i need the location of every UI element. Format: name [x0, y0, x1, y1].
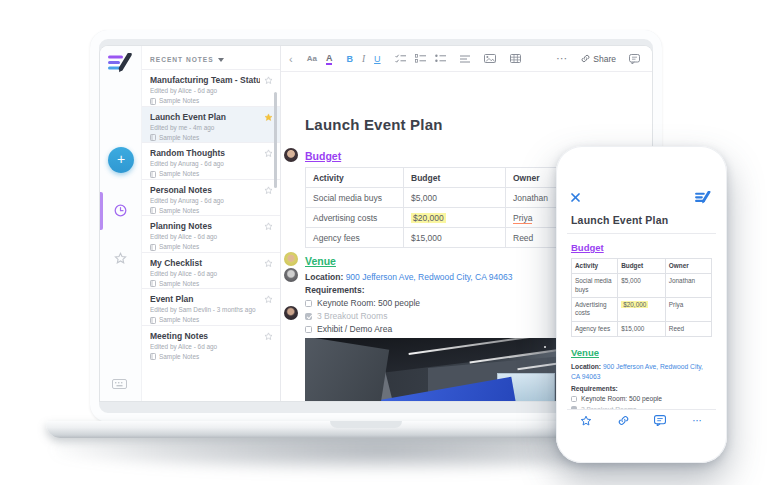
note-title: Manufacturing Team - Status Up...: [150, 75, 260, 85]
budget-heading-link[interactable]: Budget: [305, 150, 341, 162]
list-item-selected[interactable]: Launch Event Plan Edited by me - 4m ago …: [142, 106, 280, 143]
align-icon[interactable]: [460, 55, 470, 63]
location-line: Location: 900 Jefferson Ave, Redwood Cit…: [305, 272, 512, 282]
more-options-icon[interactable]: ⋯: [692, 415, 703, 426]
share-button[interactable]: Share: [581, 54, 616, 64]
list-item[interactable]: Manufacturing Team - Status Up... Edited…: [142, 69, 280, 106]
note-meta: Edited by Anurag - 6d ago: [150, 197, 260, 205]
venue-heading-link[interactable]: Venue: [571, 347, 712, 358]
star-icon[interactable]: [264, 259, 273, 268]
numbered-list-icon[interactable]: [415, 54, 426, 63]
editor-toolbar: ‹ Aa A B I U: [281, 46, 652, 72]
insert-image-icon[interactable]: [484, 54, 496, 63]
star-icon[interactable]: [264, 76, 273, 85]
star-icon[interactable]: [580, 415, 592, 427]
venue-heading-link[interactable]: Venue: [305, 255, 336, 267]
list-header[interactable]: RECENT NOTES: [142, 46, 280, 69]
notebook-icon: [150, 134, 156, 141]
more-options-icon[interactable]: ⋯: [556, 52, 568, 65]
location-line: Location: 900 Jefferson Ave, Redwood Cit…: [571, 362, 712, 383]
phone-note-body: Budget Activity Budget Owner Social medi…: [567, 242, 716, 423]
phone-device: Launch Event Plan Budget Activity Budget…: [556, 146, 727, 463]
note-meta: Edited by Alice - 6d ago: [150, 270, 260, 278]
star-icon[interactable]: [264, 222, 273, 231]
note-title: My Checklist: [150, 258, 260, 268]
phone-screen: Launch Event Plan Budget Activity Budget…: [567, 187, 716, 431]
note-meta: Edited by Alice - 6d ago: [150, 343, 260, 351]
notebook-logo-icon: [695, 191, 712, 204]
checkbox-unchecked[interactable]: [571, 396, 577, 402]
notebook-icon: [150, 171, 156, 178]
table-cell-highlighted: $20,000: [404, 208, 506, 228]
note-title: Event Plan: [150, 294, 260, 304]
collaborator-avatar: [284, 148, 298, 162]
budget-heading-link[interactable]: Budget: [571, 242, 712, 253]
table-header-cell: Activity: [306, 168, 404, 188]
underline-button[interactable]: U: [374, 54, 381, 64]
recents-clock-icon[interactable]: [114, 204, 127, 217]
marketing-composite: +: [0, 0, 768, 485]
list-item[interactable]: Personal Notes Edited by Anurag - 6d ago…: [142, 179, 280, 216]
notebook-icon: [150, 353, 156, 360]
checkbox-checked[interactable]: [305, 313, 312, 320]
star-icon-filled[interactable]: [264, 113, 273, 122]
checkbox-unchecked[interactable]: [305, 300, 312, 307]
note-notebook: Sample Notes: [159, 243, 199, 251]
back-chevron-icon[interactable]: ‹: [289, 53, 293, 65]
insert-table-icon[interactable]: [510, 54, 521, 63]
notebook-logo-icon[interactable]: [108, 53, 134, 73]
active-nav-indicator: [100, 192, 103, 230]
star-icon[interactable]: [264, 295, 273, 304]
list-item[interactable]: Random Thoughts Edited by Anurag - 6d ag…: [142, 142, 280, 179]
list-item[interactable]: Meeting Notes Edited by Alice - 6d ago S…: [142, 325, 280, 362]
notebook-icon: [150, 207, 156, 214]
star-icon[interactable]: [264, 332, 273, 341]
comment-icon[interactable]: [654, 415, 666, 426]
list-item[interactable]: Event Plan Edited by Sam Devlin - 3 mont…: [142, 288, 280, 325]
list-item[interactable]: My Checklist Edited by Alice - 6d ago Sa…: [142, 252, 280, 289]
list-scrollbar[interactable]: [274, 92, 277, 188]
chevron-down-icon: [218, 58, 224, 62]
note-notebook: Sample Notes: [159, 207, 199, 215]
note-meta: Edited by Alice - 6d ago: [150, 87, 260, 95]
collaborator-avatar: [284, 306, 298, 320]
star-icon[interactable]: [264, 186, 273, 195]
bulleted-list-icon[interactable]: [435, 54, 446, 63]
checklist-label: Keynote Room: 500 people: [317, 298, 420, 308]
checkbox-unchecked[interactable]: [305, 326, 312, 333]
phone-note-title: Launch Event Plan: [567, 207, 716, 234]
table-cell-highlighted: $20,000: [618, 297, 666, 321]
font-size-button[interactable]: Aa: [307, 54, 317, 63]
checklist-icon[interactable]: [395, 54, 406, 63]
checklist-label: Keynote Room: 500 people: [581, 395, 662, 402]
table-row: Social media buys $5,000 Jonathan: [572, 274, 712, 298]
laptop-notch: [330, 421, 402, 428]
bold-button[interactable]: B: [346, 54, 353, 64]
budget-table: Activity Budget Owner Social media buys …: [571, 258, 712, 337]
link-icon[interactable]: [618, 415, 629, 426]
star-icon[interactable]: [264, 149, 273, 158]
table-header-cell: Budget: [404, 168, 506, 188]
list-item[interactable]: Planning Notes Edited by Alice - 6d ago …: [142, 215, 280, 252]
note-notebook: Sample Notes: [159, 134, 199, 142]
comment-icon[interactable]: [629, 54, 640, 64]
note-title: Launch Event Plan: [150, 112, 260, 122]
table-cell: Jonathan: [665, 274, 711, 298]
address-link[interactable]: 900 Jefferson Ave, Redwood City, CA 9406…: [346, 272, 513, 282]
table-cell: $15,000: [404, 228, 506, 248]
table-cell: $5,000: [404, 188, 506, 208]
note-title: Personal Notes: [150, 185, 260, 195]
italic-button[interactable]: I: [362, 54, 365, 64]
table-header-cell: Owner: [665, 259, 711, 274]
note-doc-title: Launch Event Plan: [305, 116, 443, 133]
close-icon[interactable]: [571, 193, 580, 202]
note-meta: Edited by Sam Devlin - 3 months ago: [150, 306, 260, 314]
new-note-button[interactable]: +: [108, 147, 134, 173]
table-row: Advertising costs $20,000 Priya: [572, 297, 712, 321]
keyboard-icon[interactable]: [112, 379, 127, 389]
font-color-button[interactable]: A: [326, 53, 333, 65]
share-link-icon: [581, 54, 590, 63]
favorites-star-icon[interactable]: [114, 252, 127, 265]
notebook-icon: [150, 280, 156, 287]
collaborator-avatar: [284, 268, 298, 282]
